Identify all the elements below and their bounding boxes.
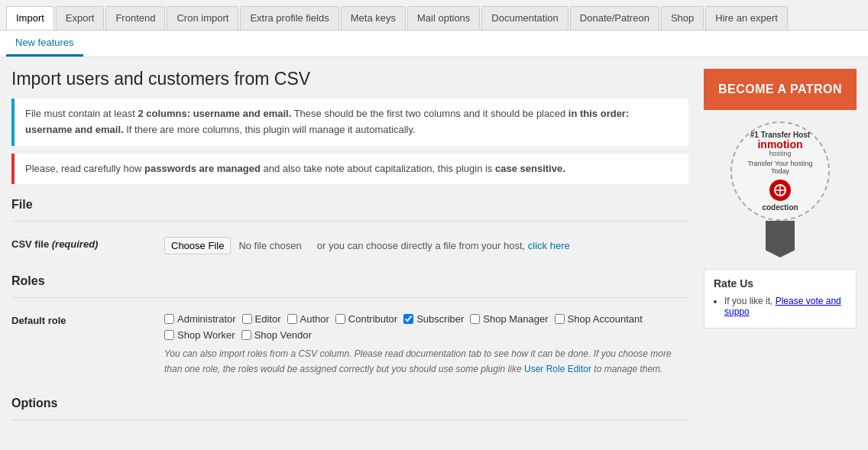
host-text: or you can choose directly a file from y… xyxy=(317,240,570,251)
inmotion-badge: #1 Transfer Host inmotion hosting Transf… xyxy=(730,121,830,221)
tab-mail-options[interactable]: Mail options xyxy=(407,6,480,30)
info-box-red: Please, read carefully how passwords are… xyxy=(11,154,688,185)
role-shop-accountant-checkbox[interactable] xyxy=(555,314,565,324)
rate-us-box: Rate Us If you like it, Please vote and … xyxy=(704,269,857,329)
role-contributor[interactable]: Contributor xyxy=(335,313,397,325)
role-shop-worker[interactable]: Shop Worker xyxy=(164,329,235,341)
sidebar: BECOME A PATRON #1 Transfer Host inmotio… xyxy=(704,69,857,429)
csv-required-label: (required) xyxy=(52,238,99,250)
role-shop-vendor[interactable]: Shop Vendor xyxy=(241,329,312,341)
main-layout: Import users and customers from CSV File… xyxy=(0,57,868,441)
roles-section-divider xyxy=(11,297,688,298)
tab-documentation[interactable]: Documentation xyxy=(481,6,568,30)
secondary-tabs: New features xyxy=(0,31,868,57)
user-role-editor-link[interactable]: User Role Editor xyxy=(524,364,591,374)
role-administrator[interactable]: Administrator xyxy=(164,313,236,325)
badge-coder: codection xyxy=(762,203,798,212)
tab-new-features[interactable]: New features xyxy=(6,31,83,57)
tab-meta-keys[interactable]: Meta keys xyxy=(341,6,406,30)
badge-brand: inmotion xyxy=(757,139,802,150)
role-editor[interactable]: Editor xyxy=(242,313,281,325)
primary-tabs: Import Export Frontend Cron import Extra… xyxy=(0,0,868,31)
file-input-row: Choose File No file chosen or you can ch… xyxy=(164,237,688,254)
file-section-divider xyxy=(11,221,688,222)
role-shop-accountant[interactable]: Shop Accountant xyxy=(555,313,643,325)
rate-us-text: If you like it, xyxy=(724,296,772,306)
role-editor-checkbox[interactable] xyxy=(242,314,252,324)
roles-checkbox-group: Administrator Editor Author Contributor xyxy=(164,313,688,325)
tab-hire-expert[interactable]: Hire an expert xyxy=(705,6,788,30)
badge-ribbon xyxy=(766,221,795,257)
content-area: Import users and customers from CSV File… xyxy=(11,69,688,429)
role-author-checkbox[interactable] xyxy=(287,314,297,324)
csv-file-input-cell: Choose File No file chosen or you can ch… xyxy=(164,231,688,261)
tab-export[interactable]: Export xyxy=(56,6,105,30)
csv-file-row: CSV file (required) Choose File No file … xyxy=(11,231,688,261)
tab-extra-profile[interactable]: Extra profile fields xyxy=(240,6,338,30)
no-file-text: No file chosen xyxy=(238,240,301,251)
csv-file-label: CSV file (required) xyxy=(11,231,164,261)
badge-container: #1 Transfer Host inmotion hosting Transf… xyxy=(704,121,857,257)
role-subscriber[interactable]: Subscriber xyxy=(403,313,464,325)
default-role-cell: Administrator Editor Author Contributor xyxy=(164,307,688,382)
badge-tagline: Transfer Your hosting Today xyxy=(740,160,821,175)
role-contributor-checkbox[interactable] xyxy=(335,314,345,324)
tab-import[interactable]: Import xyxy=(6,6,54,30)
file-form-table: CSV file (required) Choose File No file … xyxy=(11,231,688,261)
badge-sub: hosting xyxy=(769,150,791,157)
tab-frontend[interactable]: Frontend xyxy=(105,6,165,30)
tab-shop[interactable]: Shop xyxy=(661,6,704,30)
badge-logo-icon xyxy=(773,183,787,197)
roles-checkbox-group-2: Shop Worker Shop Vendor xyxy=(164,329,688,341)
click-here-link[interactable]: click here xyxy=(528,240,570,251)
options-section-heading: Options xyxy=(11,397,688,410)
become-patron-button[interactable]: BECOME A PATRON xyxy=(704,69,857,110)
options-section-divider xyxy=(11,419,688,420)
rate-us-title: Rate Us xyxy=(714,277,847,290)
rate-us-list: If you like it, Please vote and suppo xyxy=(714,296,847,317)
roles-section-heading: Roles xyxy=(11,274,688,288)
choose-file-button[interactable]: Choose File xyxy=(164,237,231,254)
role-shop-worker-checkbox[interactable] xyxy=(164,330,174,340)
page-title: Import users and customers from CSV xyxy=(11,69,688,89)
default-role-label: Default role xyxy=(11,307,164,382)
badge-logo-circle xyxy=(769,180,791,201)
role-administrator-checkbox[interactable] xyxy=(164,314,174,324)
role-shop-vendor-checkbox[interactable] xyxy=(241,330,251,340)
file-section-heading: File xyxy=(11,198,688,212)
role-subscriber-checkbox[interactable] xyxy=(403,314,413,324)
roles-form-table: Default role Administrator Editor Author xyxy=(11,307,688,382)
rate-us-item: If you like it, Please vote and suppo xyxy=(724,296,847,317)
roles-description: You can also import roles from a CSV col… xyxy=(164,347,688,376)
role-shop-manager-checkbox[interactable] xyxy=(470,314,480,324)
tab-donate-patreon[interactable]: Donate/Patreon xyxy=(570,6,659,30)
default-role-row: Default role Administrator Editor Author xyxy=(11,307,688,382)
role-author[interactable]: Author xyxy=(287,313,329,325)
info-box-blue: File must contain at least 2 columns: us… xyxy=(11,99,688,146)
role-shop-manager[interactable]: Shop Manager xyxy=(470,313,548,325)
tab-cron-import[interactable]: Cron import xyxy=(167,6,238,30)
